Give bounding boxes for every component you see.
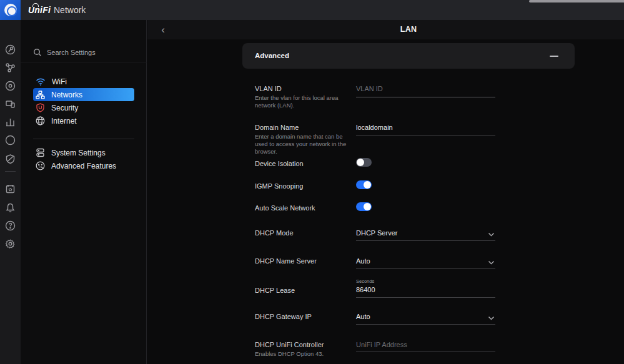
chevron-down-icon — [487, 313, 495, 322]
events-calendar-icon[interactable] — [4, 183, 16, 195]
settings-content: Advanced VLAN ID Enter the vlan for this… — [147, 39, 624, 364]
settings-sidebar: Search Settings WiFi Networks Security I… — [21, 20, 147, 364]
security-shield-icon — [36, 103, 45, 112]
threat-management-icon[interactable] — [4, 153, 16, 165]
sidebar-item-label: WiFi — [52, 77, 67, 86]
input-underline — [356, 297, 495, 298]
notifications-bell-icon[interactable] — [4, 202, 16, 214]
select-underline — [356, 268, 495, 269]
select-value: Auto — [356, 257, 495, 265]
select-underline — [356, 324, 495, 325]
rail-divider — [5, 171, 16, 172]
unifi-logo[interactable] — [0, 0, 21, 20]
field-device-isolation: Device Isolation — [242, 158, 575, 170]
field-label: DHCP UniFi Controller — [255, 341, 358, 348]
internet-globe-icon — [36, 116, 45, 125]
select-underline — [356, 240, 495, 241]
device-isolation-toggle[interactable] — [356, 158, 372, 167]
brand-product: Network — [54, 5, 86, 15]
main-panel: ‹ LAN Advanced VLAN ID Enter the vlan fo… — [147, 20, 624, 364]
help-icon[interactable] — [4, 220, 16, 232]
igmp-snooping-toggle[interactable] — [356, 180, 372, 189]
sidebar-item-internet[interactable]: Internet — [33, 114, 134, 127]
devices-icon[interactable] — [4, 80, 16, 92]
field-dhcp-name-server: DHCP Name Server Auto — [242, 257, 575, 276]
advanced-features-icon — [36, 161, 45, 170]
page-title: LAN — [242, 25, 575, 34]
domain-name-input[interactable]: localdomain — [356, 124, 495, 131]
chevron-down-icon — [487, 230, 495, 238]
input-underline — [356, 352, 495, 352]
dhcp-lease-input[interactable]: Seconds 86400 — [356, 278, 495, 293]
app-title: UniFi Network — [28, 0, 86, 20]
clients-icon[interactable] — [4, 98, 16, 110]
brand-unifi: UniFi — [28, 5, 51, 15]
dhcp-gateway-ip-select[interactable]: Auto — [356, 313, 495, 320]
input-underline — [356, 135, 495, 136]
chevron-down-icon — [487, 258, 495, 266]
status-ring-icon[interactable] — [4, 134, 16, 146]
field-help: Enter the vlan for this local area netwo… — [255, 94, 349, 109]
sidebar-item-security[interactable]: Security — [33, 101, 134, 114]
icon-rail — [0, 20, 21, 364]
sidebar-section-divider — [33, 139, 134, 139]
advanced-section-header[interactable]: Advanced — [242, 43, 575, 69]
field-dhcp-unifi-controller: DHCP UniFi Controller Enables DHCP Optio… — [242, 341, 575, 364]
statistics-icon[interactable] — [4, 116, 16, 128]
sidebar-divider — [21, 62, 147, 62]
field-domain-name: Domain Name Enter a domain name that can… — [242, 124, 575, 158]
field-label: Domain Name — [255, 124, 358, 131]
toggle-knob — [364, 181, 371, 189]
sidebar-item-networks[interactable]: Networks — [33, 88, 134, 101]
input-unit-label: Seconds — [356, 278, 495, 284]
field-label: DHCP Lease — [255, 287, 358, 294]
field-label: Auto Scale Network — [255, 204, 358, 212]
dashboard-icon[interactable] — [4, 44, 16, 56]
sidebar-item-system-settings[interactable]: System Settings — [33, 146, 134, 159]
toggle-knob — [364, 203, 371, 210]
input-placeholder: VLAN ID — [356, 85, 495, 92]
input-value: 86400 — [356, 286, 495, 293]
field-label: Device Isolation — [255, 160, 358, 167]
field-help: Enables DHCP Option 43. — [255, 350, 349, 358]
input-underline — [356, 97, 495, 97]
field-dhcp-gateway-ip: DHCP Gateway IP Auto — [242, 313, 575, 332]
sidebar-item-label: Advanced Features — [51, 162, 116, 170]
field-label: DHCP Mode — [255, 229, 358, 237]
networks-icon — [36, 91, 45, 99]
input-value: localdomain — [356, 124, 495, 131]
search-placeholder: Search Settings — [47, 49, 96, 56]
select-value: Auto — [356, 313, 495, 320]
field-help: Enter a domain name that can be used to … — [255, 133, 349, 155]
field-label: IGMP Snooping — [255, 182, 358, 190]
field-label: DHCP Name Server — [255, 257, 358, 265]
sidebar-item-label: System Settings — [51, 149, 106, 157]
settings-search[interactable]: Search Settings — [33, 48, 96, 57]
dhcp-name-server-select[interactable]: Auto — [356, 257, 495, 265]
page-header: ‹ LAN — [147, 20, 624, 39]
sidebar-item-label: Security — [51, 104, 78, 112]
topology-icon[interactable] — [4, 62, 16, 74]
search-icon — [33, 48, 42, 57]
field-igmp-snooping: IGMP Snooping — [242, 180, 575, 193]
back-button[interactable]: ‹ — [156, 23, 170, 37]
field-label: VLAN ID — [255, 85, 358, 92]
select-value: DHCP Server — [356, 229, 495, 237]
section-title: Advanced — [255, 52, 289, 59]
minus-icon — [550, 56, 558, 57]
sidebar-item-advanced-features[interactable]: Advanced Features — [33, 159, 134, 172]
unifi-ip-address-input[interactable]: UniFi IP Address — [356, 341, 495, 348]
wifi-icon — [36, 77, 46, 86]
sidebar-item-wifi[interactable]: WiFi — [33, 75, 134, 88]
collapse-section-button[interactable] — [549, 51, 558, 61]
sidebar-item-label: Networks — [51, 91, 82, 99]
field-label: DHCP Gateway IP — [255, 313, 358, 320]
settings-gear-icon[interactable] — [4, 238, 16, 250]
unifi-logo-icon — [4, 4, 17, 16]
auto-scale-network-toggle[interactable] — [356, 202, 372, 211]
vlan-id-input[interactable]: VLAN ID — [356, 85, 495, 92]
field-auto-scale-network: Auto Scale Network — [242, 202, 575, 215]
field-vlan-id: VLAN ID Enter the vlan for this local ar… — [242, 85, 575, 119]
field-dhcp-lease: DHCP Lease Seconds 86400 — [242, 278, 575, 300]
dhcp-mode-select[interactable]: DHCP Server — [356, 229, 495, 237]
